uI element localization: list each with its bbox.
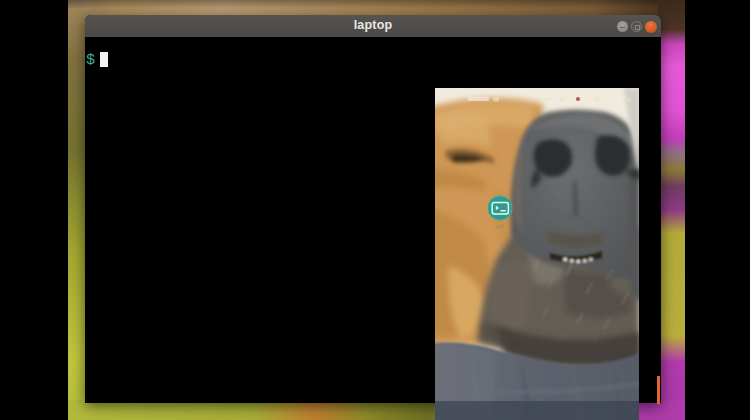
svg-text:hi?: hi? — [496, 224, 503, 230]
